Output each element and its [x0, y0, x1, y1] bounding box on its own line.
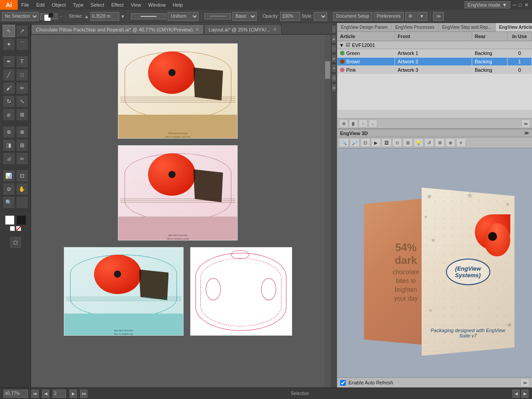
- line-tool[interactable]: ╱: [3, 69, 15, 81]
- status-arrow-right[interactable]: ▶: [521, 390, 528, 398]
- menu-object[interactable]: Object: [48, 1, 70, 8]
- stroke-down-arrow[interactable]: ▼: [121, 14, 125, 19]
- table-row-pink[interactable]: Pink Artwork 3 Backing 0: [337, 66, 532, 74]
- v-tool-3[interactable]: ⬡: [331, 44, 336, 53]
- ev-light[interactable]: 💡: [414, 138, 423, 147]
- fill-swatch[interactable]: [5, 215, 15, 225]
- pen-tool[interactable]: ✒: [3, 55, 15, 68]
- tab-design-param[interactable]: EngView Design Param: [337, 23, 391, 31]
- table-row-brown[interactable]: Brown Artwork 2 Backing 1: [337, 58, 532, 66]
- free-transform-tool[interactable]: ⊞: [16, 108, 28, 121]
- tbl-btn-move-down[interactable]: ↓: [368, 120, 377, 128]
- slice-tool[interactable]: ⊘: [3, 183, 15, 195]
- v-tool-2[interactable]: ◈: [331, 35, 336, 43]
- doc-setup-button[interactable]: Document Setup: [333, 12, 372, 21]
- preferences-button[interactable]: Preferences: [374, 12, 404, 21]
- canvas-vertical-scrollbar[interactable]: [325, 35, 331, 387]
- lasso-tool[interactable]: ⌒: [16, 38, 28, 50]
- artboard-tool[interactable]: ⊡: [16, 170, 28, 182]
- bar-chart-tool[interactable]: 📊: [3, 170, 15, 182]
- engview-3d-expand[interactable]: ≫: [524, 130, 529, 136]
- ev-grid[interactable]: ⊞: [403, 138, 413, 147]
- ev-settings[interactable]: ⚙: [435, 138, 445, 147]
- stroke-swatch[interactable]: [16, 215, 26, 225]
- tbl-btn-expand[interactable]: ≫: [521, 120, 530, 128]
- nav-prev-page[interactable]: ◀: [42, 390, 49, 398]
- menu-view[interactable]: View: [127, 1, 145, 8]
- type-tool[interactable]: T: [16, 55, 28, 68]
- tab-close-2[interactable]: ✕: [273, 27, 277, 32]
- artwork-green[interactable]: 54% dark chocolate bites to brighten you…: [118, 43, 238, 139]
- tab-processes[interactable]: EngView Processes: [391, 23, 438, 31]
- artwork-teal[interactable]: latte dark chocolate bites to brighten j…: [64, 247, 184, 336]
- nav-last-page[interactable]: ⏭: [80, 390, 87, 398]
- hand-tool[interactable]: ✋: [16, 183, 28, 195]
- engview-3d-viewport[interactable]: 54% dark chocolate bites to brighten you…: [337, 148, 532, 377]
- view-mode-btn[interactable]: ◻: [9, 236, 22, 248]
- maximize-button[interactable]: □: [519, 2, 522, 8]
- menu-edit[interactable]: Edit: [33, 1, 48, 8]
- warp-tool[interactable]: ⌀: [3, 108, 15, 121]
- canvas-scrollbar-thumb[interactable]: [325, 61, 330, 79]
- tab-articles[interactable]: EngView Articles: [496, 23, 532, 31]
- style-dropdown[interactable]: [314, 12, 327, 21]
- minimize-button[interactable]: ─: [513, 2, 516, 8]
- ev-zoom-out[interactable]: 🔎: [350, 138, 360, 147]
- none-swatch[interactable]: [16, 226, 21, 231]
- scale-tool[interactable]: ⤡: [16, 95, 28, 108]
- tbl-btn-move-up[interactable]: ↑: [359, 120, 368, 128]
- ev-zoom-in[interactable]: 🔍: [339, 138, 349, 147]
- ev-image[interactable]: 🖼: [382, 138, 391, 147]
- mesh-tool[interactable]: ⊞: [16, 139, 28, 151]
- artwork-outline[interactable]: [190, 247, 292, 336]
- canvas-settings-button[interactable]: ⚙: [405, 12, 415, 21]
- swap-icon[interactable]: [10, 226, 15, 231]
- v-tool-5[interactable]: ✦: [331, 64, 336, 73]
- gradient-tool[interactable]: ◨: [3, 139, 15, 151]
- close-button[interactable]: ✕: [524, 2, 528, 8]
- table-group-header[interactable]: ▼ ☑ EVF12001: [337, 41, 532, 49]
- 3d-footer-btn[interactable]: ≫: [520, 379, 529, 387]
- table-row-green[interactable]: Green Artwork 1 Backing 0: [337, 49, 532, 58]
- v-tool-4[interactable]: ⊕: [331, 54, 336, 63]
- artwork-pink[interactable]: latte dark chocolate bites to brighten c…: [118, 145, 238, 240]
- opacity-input[interactable]: [280, 12, 300, 21]
- menu-window[interactable]: Window: [145, 1, 169, 8]
- zoom-input[interactable]: [4, 390, 28, 398]
- perspective-tool[interactable]: ⊗: [16, 126, 28, 138]
- tab-layout[interactable]: Layout.ai* @ 25% (CMYK/... ✕: [204, 24, 282, 34]
- tab-step-repeat[interactable]: EngView Step and Rep...: [438, 23, 496, 31]
- select-tool[interactable]: ↖: [3, 25, 15, 37]
- stroke-value-input[interactable]: [90, 12, 119, 21]
- status-arrow-left[interactable]: ◀: [512, 390, 520, 398]
- engview-mode-selector[interactable]: EngView mode ▼: [465, 1, 510, 8]
- rect-tool[interactable]: □: [16, 69, 28, 81]
- pencil-tool[interactable]: ✏: [16, 82, 28, 94]
- tab-close-1[interactable]: ✕: [196, 27, 199, 32]
- nav-next-page[interactable]: ▶: [70, 390, 77, 398]
- tbl-btn-delete[interactable]: 🗑: [349, 120, 358, 128]
- auto-refresh-label[interactable]: Enable Auto Refresh: [348, 380, 393, 385]
- stroke-fill-preview[interactable]: [40, 13, 58, 19]
- magic-wand-tool[interactable]: ✦: [3, 38, 15, 50]
- ev-sphere[interactable]: ⊙: [392, 138, 402, 147]
- rotate-tool[interactable]: ↻: [3, 95, 15, 108]
- ev-extras[interactable]: ≡: [456, 138, 466, 147]
- menu-type[interactable]: Type: [70, 1, 87, 8]
- eyedropper-tool[interactable]: ⊿: [3, 152, 15, 165]
- menu-file[interactable]: File: [18, 1, 33, 8]
- blend-mode-dropdown[interactable]: Basic: [232, 12, 257, 21]
- menu-help[interactable]: Help: [169, 1, 187, 8]
- panel-toggle-button[interactable]: ≫: [433, 12, 444, 21]
- shape-builder-tool[interactable]: ⊕: [3, 126, 15, 138]
- extra-settings-button[interactable]: ▼: [417, 12, 427, 21]
- extra-tool[interactable]: [16, 196, 28, 209]
- zoom-tool[interactable]: 🔍: [3, 196, 15, 209]
- tab-chocolate-pillow[interactable]: Chocolate Pillow Pack(Step and Repeat).a…: [31, 24, 204, 34]
- selection-dropdown[interactable]: No Selection: [2, 12, 39, 21]
- canvas-content[interactable]: 54% dark chocolate bites to brighten you…: [31, 35, 325, 387]
- v-tool-6[interactable]: Ⓐ: [331, 74, 336, 82]
- auto-refresh-checkbox[interactable]: [340, 380, 346, 386]
- tbl-btn-settings[interactable]: ⚙: [339, 120, 348, 128]
- menu-effect[interactable]: Effect: [108, 1, 127, 8]
